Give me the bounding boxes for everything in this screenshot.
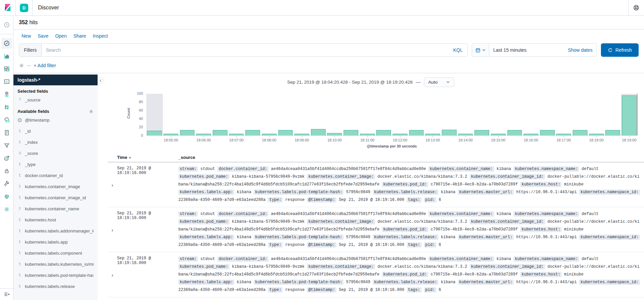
- histogram-bar[interactable]: [458, 134, 473, 135]
- field-item-kubernetes.labels.addonmanager_kuber...[interactable]: tkubernetes.labels.addonmanager_kuber...: [13, 225, 98, 237]
- interval-select[interactable]: Auto: [424, 77, 455, 87]
- field-name: _score: [25, 151, 38, 156]
- filter-divider: —: [27, 63, 31, 68]
- nav-stack-monitoring[interactable]: [1, 191, 12, 202]
- nav-infrastructure[interactable]: [1, 115, 12, 125]
- histogram-bar[interactable]: [294, 134, 309, 135]
- expand-row-button[interactable]: ›: [112, 165, 113, 204]
- histogram-bar[interactable]: [573, 130, 587, 135]
- field-item-_type[interactable]: t_type: [13, 159, 98, 170]
- nav-dashboard[interactable]: [1, 63, 12, 74]
- nav-dev-tools[interactable]: [1, 178, 12, 189]
- histogram-bar[interactable]: [245, 130, 260, 135]
- collapse-nav-button[interactable]: [4, 291, 10, 297]
- field-item-_source[interactable]: ?_source: [13, 94, 98, 105]
- histogram-bar[interactable]: [605, 130, 620, 135]
- available-fields-heading: Available fields: [17, 109, 94, 114]
- histogram-bar[interactable]: [376, 130, 391, 135]
- field-item-kubernetes.labels.component[interactable]: tkubernetes.labels.component: [13, 248, 98, 259]
- filters-button[interactable]: Filters: [19, 44, 42, 56]
- histogram-bar[interactable]: [507, 130, 522, 135]
- histogram-bar[interactable]: [524, 134, 538, 135]
- x-tick-label: 18:19:00: [622, 138, 636, 142]
- help-button[interactable]: [633, 5, 639, 11]
- clock-icon: [4, 22, 10, 28]
- filter-options-button[interactable]: [19, 63, 24, 68]
- histogram-bar[interactable]: [409, 130, 424, 135]
- histogram-bar[interactable]: [278, 130, 293, 135]
- histogram-bar[interactable]: [393, 134, 407, 135]
- field-item-_index[interactable]: t_index: [13, 137, 98, 148]
- wrench-icon: [4, 181, 10, 187]
- nav-management[interactable]: [1, 204, 12, 215]
- nav-siem[interactable]: [1, 166, 12, 176]
- refresh-button[interactable]: Refresh: [601, 43, 639, 57]
- nav-logs[interactable]: [1, 127, 12, 138]
- nav-apm[interactable]: [1, 140, 12, 151]
- field-item-docker.container_id[interactable]: tdocker.container_id: [13, 170, 98, 181]
- recently-viewed-button[interactable]: [1, 19, 12, 30]
- time-column-header[interactable]: Time▼: [117, 155, 178, 160]
- nav-canvas[interactable]: [1, 76, 12, 87]
- nav-discover[interactable]: [1, 38, 12, 49]
- source-field-name: kubernetes.container_name:: [428, 211, 494, 217]
- menu-open-button[interactable]: Open: [52, 32, 69, 40]
- source-field-name: type:: [268, 287, 283, 293]
- index-pattern-selector[interactable]: logstash-*: [13, 75, 98, 85]
- histogram-bar[interactable]: [540, 130, 555, 135]
- field-item-kubernetes.labels.pod-template-hash[interactable]: tkubernetes.labels.pod-template-hash: [13, 270, 98, 281]
- nav-visualize[interactable]: [1, 51, 12, 61]
- nav-maps[interactable]: [1, 89, 12, 100]
- histogram-bar[interactable]: [196, 134, 211, 135]
- time-range-value[interactable]: Last 15 minutes: [489, 47, 564, 53]
- expand-row-button[interactable]: ›: [112, 210, 113, 249]
- field-item-@timestamp[interactable]: @timestamp: [13, 115, 98, 126]
- field-item-kubernetes.container_name[interactable]: tkubernetes.container_name: [13, 203, 98, 214]
- field-item-kubernetes.host[interactable]: tkubernetes.host: [13, 214, 98, 225]
- field-settings-button[interactable]: [89, 109, 94, 114]
- add-filter-button[interactable]: + Add filter: [34, 63, 56, 68]
- histogram-bar[interactable]: [311, 129, 326, 135]
- nav-machine-learning[interactable]: [1, 102, 12, 113]
- field-item-kubernetes.container_image[interactable]: tkubernetes.container_image: [13, 181, 98, 192]
- histogram-bar[interactable]: [164, 134, 178, 135]
- histogram-bar[interactable]: [344, 130, 358, 135]
- field-item-kubernetes.labels.app[interactable]: tkubernetes.labels.app: [13, 237, 98, 248]
- histogram-bar[interactable]: [442, 130, 457, 136]
- histogram-bar[interactable]: [327, 133, 342, 136]
- y-tick-label: 40: [139, 117, 143, 121]
- histogram-bar[interactable]: [229, 134, 244, 135]
- menu-new-button[interactable]: New: [19, 32, 34, 40]
- field-item-_id[interactable]: t_id: [13, 126, 98, 137]
- source-field-name: stream:: [178, 166, 198, 172]
- menu-share-button[interactable]: Share: [71, 32, 88, 40]
- kql-button[interactable]: KQL: [449, 47, 467, 53]
- nav-uptime[interactable]: [1, 153, 12, 164]
- source-field-name: kubernetes.labels.app:: [178, 234, 234, 240]
- histogram-bar[interactable]: [556, 134, 571, 135]
- search-input[interactable]: [42, 47, 449, 53]
- kibana-logo[interactable]: [0, 0, 16, 15]
- x-tick-label: 18:06:00: [196, 138, 211, 142]
- histogram-bar[interactable]: [360, 134, 375, 135]
- histogram-bar[interactable]: [180, 130, 195, 135]
- histogram-bar[interactable]: [147, 131, 162, 135]
- field-item-kubernetes.container_image_id[interactable]: tkubernetes.container_image_id: [13, 192, 98, 203]
- field-type-string-icon: t: [17, 207, 22, 211]
- histogram-bar[interactable]: [213, 130, 227, 135]
- field-item-_score[interactable]: #_score: [13, 148, 98, 159]
- histogram-bar[interactable]: [491, 134, 506, 135]
- histogram-bar[interactable]: [425, 134, 440, 135]
- field-item-kubernetes.labels.kubernetes_io-minikub...[interactable]: tkubernetes.labels.kubernetes_io/minikub…: [13, 259, 98, 270]
- field-type-string-icon: t: [17, 240, 22, 245]
- expand-row-button[interactable]: ›: [112, 255, 113, 294]
- field-item-kubernetes.labels.release[interactable]: tkubernetes.labels.release: [13, 281, 98, 292]
- menu-save-button[interactable]: Save: [35, 32, 51, 40]
- show-dates-button[interactable]: Show dates: [564, 47, 597, 53]
- histogram-bar[interactable]: [262, 134, 277, 135]
- quick-select-button[interactable]: [472, 44, 489, 56]
- menu-inspect-button[interactable]: Inspect: [90, 32, 111, 40]
- histogram-bar[interactable]: [622, 95, 637, 135]
- histogram-bar[interactable]: [589, 134, 604, 135]
- histogram-bar[interactable]: [474, 130, 489, 135]
